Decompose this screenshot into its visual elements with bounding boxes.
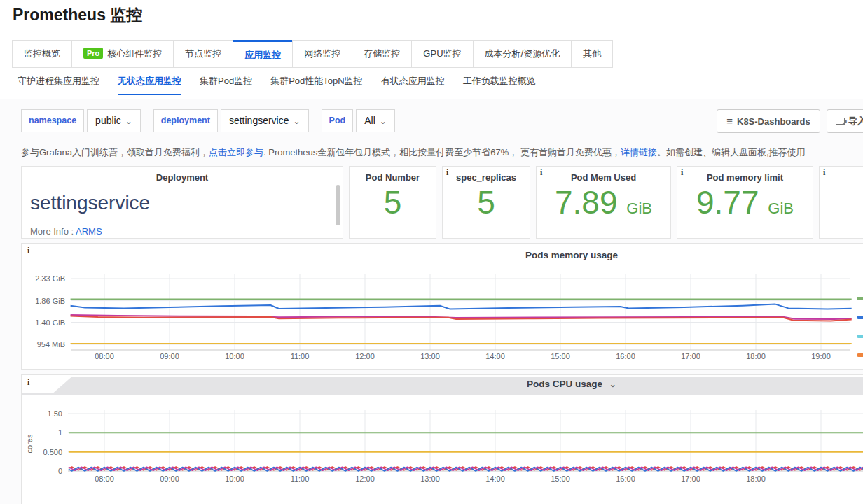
spec-replicas-value: 5 bbox=[443, 183, 530, 221]
svg-text:1: 1 bbox=[58, 428, 62, 437]
deployment-value: settingservice bbox=[30, 192, 150, 214]
banner-text: 参与Grafana入门训练营，领取首月免费福利， bbox=[21, 147, 209, 158]
page-title: Prometheus 监控 bbox=[13, 4, 142, 26]
svg-text:09:00: 09:00 bbox=[160, 475, 179, 483]
caret-down-icon: ⌄ bbox=[294, 116, 301, 126]
stat-title: Pod memory limit bbox=[677, 172, 813, 183]
variable-toolbar: namespace public⌄ deployment settingserv… bbox=[21, 109, 395, 132]
tab-gpu-monitor[interactable]: GPU监控 bbox=[411, 40, 473, 68]
banner-text: 。如需创建、编辑大盘面板,推荐使用 bbox=[657, 147, 806, 158]
stat-panel-pod-number: Pod Number 5 bbox=[349, 166, 436, 239]
promo-banner: 参与Grafana入门训练营，领取首月免费福利，点击立即参与. Promethe… bbox=[21, 146, 863, 159]
info-icon[interactable]: i bbox=[681, 167, 683, 178]
banner-join-link[interactable]: 点击立即参与 bbox=[209, 147, 263, 158]
svg-text:15:00: 15:00 bbox=[551, 475, 570, 483]
info-icon[interactable]: i bbox=[823, 167, 825, 178]
svg-text:11:00: 11:00 bbox=[291, 475, 310, 483]
svg-text:16:00: 16:00 bbox=[616, 475, 635, 483]
stat-title: spec_replicas bbox=[443, 172, 530, 183]
stat-title: Pod Mem Used bbox=[537, 172, 670, 183]
memory-chart-svg: 2.33 GiB1.86 GiB1.40 GiB954 MiB08:0009:0… bbox=[22, 244, 863, 370]
svg-text:13:00: 13:00 bbox=[420, 475, 440, 483]
panel-scrollbar[interactable] bbox=[336, 185, 340, 225]
pod-dropdown[interactable]: All⌄ bbox=[356, 109, 395, 132]
stat-panel-pod-mem-used: i Pod Mem Used 7.89 GiB bbox=[536, 166, 671, 239]
more-info-row: More Info : ARMS bbox=[30, 226, 102, 237]
svg-text:10:00: 10:00 bbox=[225, 352, 244, 360]
deployment-variable: deployment settingservice⌄ bbox=[153, 109, 309, 132]
svg-text:17:00: 17:00 bbox=[681, 352, 700, 360]
svg-text:1.86 GiB: 1.86 GiB bbox=[35, 297, 65, 305]
secondary-tab-bar: 守护进程集应用监控 无状态应用监控 集群Pod监控 集群Pod性能TopN监控 … bbox=[18, 75, 536, 95]
svg-text:2.33 GiB: 2.33 GiB bbox=[35, 274, 65, 283]
tab-node-monitor[interactable]: 节点监控 bbox=[173, 40, 233, 68]
caret-down-icon: ⌄ bbox=[380, 116, 387, 126]
arms-link[interactable]: ARMS bbox=[76, 226, 102, 237]
pro-badge: Pro bbox=[83, 48, 103, 59]
subtab-stateful-apps[interactable]: 有状态应用监控 bbox=[381, 75, 445, 95]
stat-panel-deployment: Deployment settingservice More Info : AR… bbox=[21, 166, 343, 239]
svg-text:11:00: 11:00 bbox=[291, 352, 310, 360]
import-button[interactable]: 导入( bbox=[827, 109, 863, 133]
stat-panel-pod-memory-limit: i Pod memory limit 9.77 GiB bbox=[677, 166, 813, 239]
pod-memory-limit-value: 9.77 GiB bbox=[677, 183, 813, 221]
tab-storage-monitor[interactable]: 存储监控 bbox=[352, 40, 412, 68]
subtab-workload-overview[interactable]: 工作负载监控概览 bbox=[463, 75, 536, 95]
deployment-dropdown[interactable]: settingservice⌄ bbox=[221, 109, 309, 132]
svg-text:12:00: 12:00 bbox=[355, 352, 375, 360]
tab-other[interactable]: 其他 bbox=[571, 40, 613, 68]
subtab-stateless-apps[interactable]: 无状态应用监控 bbox=[118, 75, 181, 95]
svg-text:1.40 GiB: 1.40 GiB bbox=[35, 318, 65, 327]
banner-text: . Prometheus全新包年包月模式，相比按量付费至少节省67%， 更有首购… bbox=[263, 147, 621, 158]
svg-text:12:00: 12:00 bbox=[355, 475, 375, 483]
svg-text:17:00: 17:00 bbox=[681, 475, 700, 483]
subtab-cluster-pod[interactable]: 集群Pod监控 bbox=[200, 75, 252, 95]
info-icon[interactable]: i bbox=[540, 167, 542, 178]
tab-cost-analysis[interactable]: 成本分析/资源优化 bbox=[473, 40, 572, 68]
svg-text:14:00: 14:00 bbox=[485, 475, 505, 483]
tab-core-components[interactable]: Pro核心组件监控 bbox=[71, 40, 174, 68]
info-icon[interactable]: i bbox=[27, 246, 29, 256]
subtab-pod-topn[interactable]: 集群Pod性能TopN监控 bbox=[270, 75, 362, 95]
svg-text:1.50: 1.50 bbox=[48, 410, 62, 418]
pod-variable: Pod All⌄ bbox=[322, 109, 395, 132]
svg-text:954 MiB: 954 MiB bbox=[37, 340, 65, 349]
k8s-dashboards-button[interactable]: ≡K8S-Dashboards bbox=[717, 109, 820, 133]
legend-marker[interactable] bbox=[857, 297, 863, 300]
pod-number-value: 5 bbox=[350, 183, 436, 221]
legend-marker[interactable] bbox=[857, 316, 863, 319]
tab-monitor-overview[interactable]: 监控概览 bbox=[12, 40, 72, 68]
memory-usage-panel: i Pods memory usage 2.33 GiB1.86 GiB1.40… bbox=[21, 243, 863, 370]
stat-panel-spec-replicas: i spec_replicas 5 bbox=[442, 166, 530, 239]
pod-mem-used-value: 7.89 GiB bbox=[537, 183, 670, 221]
info-icon[interactable]: i bbox=[27, 377, 29, 388]
tab-core-components-label: 核心组件监控 bbox=[107, 48, 162, 59]
svg-text:0: 0 bbox=[58, 467, 62, 475]
svg-text:15:00: 15:00 bbox=[551, 352, 570, 360]
svg-text:13:00: 13:00 bbox=[420, 352, 440, 360]
svg-text:08:00: 08:00 bbox=[95, 352, 114, 360]
legend-marker[interactable] bbox=[857, 335, 863, 338]
caret-down-icon: ⌄ bbox=[125, 116, 132, 126]
legend-marker[interactable] bbox=[857, 354, 863, 357]
svg-text:08:00: 08:00 bbox=[95, 475, 114, 483]
svg-text:19:00: 19:00 bbox=[811, 352, 831, 360]
hamburger-icon: ≡ bbox=[726, 115, 733, 127]
banner-details-link[interactable]: 详情链接 bbox=[621, 147, 657, 158]
svg-text:0.500: 0.500 bbox=[43, 448, 62, 456]
info-icon[interactable]: i bbox=[446, 167, 448, 178]
cpu-usage-panel: i Pods CPU usage ⌄ cores 1.5010.500008:0… bbox=[21, 374, 863, 504]
namespace-dropdown[interactable]: public⌄ bbox=[87, 109, 141, 132]
deployment-label: deployment bbox=[153, 109, 218, 132]
namespace-variable: namespace public⌄ bbox=[21, 109, 141, 132]
stat-panel-partial: i bbox=[819, 166, 863, 239]
tab-app-monitor[interactable]: 应用监控 bbox=[233, 40, 293, 68]
subtab-daemonset-apps[interactable]: 守护进程集应用监控 bbox=[18, 75, 99, 95]
svg-text:09:00: 09:00 bbox=[160, 352, 179, 360]
svg-text:18:00: 18:00 bbox=[746, 352, 766, 360]
tab-network-monitor[interactable]: 网络监控 bbox=[292, 40, 352, 68]
pod-label: Pod bbox=[322, 109, 354, 132]
svg-text:18:00: 18:00 bbox=[746, 475, 766, 483]
stat-title: Pod Number bbox=[350, 172, 436, 183]
cpu-chart-svg: 1.5010.500008:0009:0010:0011:0012:0013:0… bbox=[22, 375, 863, 504]
